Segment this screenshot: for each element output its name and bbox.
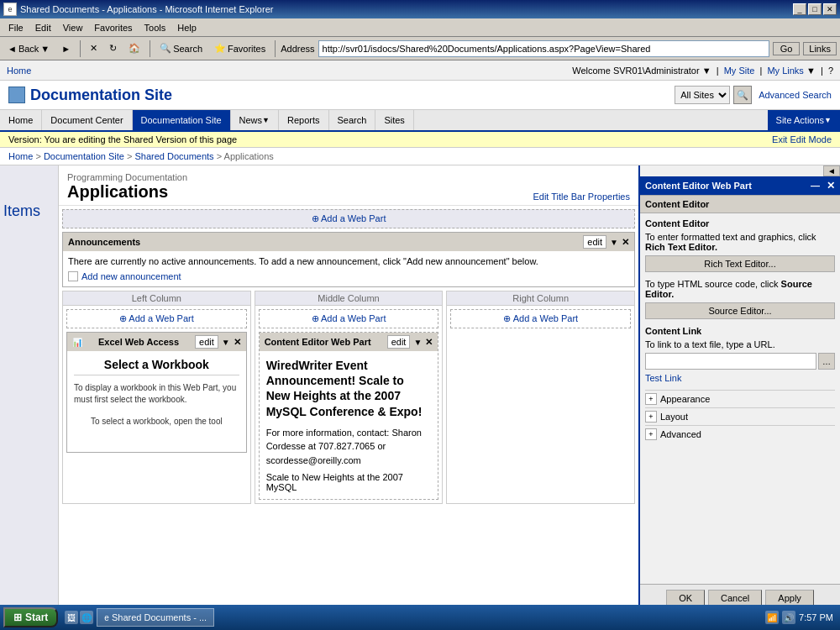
middle-add-web-part[interactable]: ⊕ Add a Web Part [259,309,439,328]
search-scope-select[interactable]: All Sites [675,86,730,104]
nav-sites[interactable]: Sites [375,110,413,130]
right-col-header: Right Column [447,291,634,306]
menu-edit[interactable]: Edit [30,21,56,34]
my-links-link[interactable]: My Links [767,66,803,76]
rp-cancel-button[interactable]: Cancel [708,590,762,606]
cewp-edit-button[interactable]: edit [387,335,411,349]
nav-home[interactable]: Home [0,110,42,130]
breadcrumb-shared-documents[interactable]: Shared Documents [134,151,213,161]
advanced-expand[interactable]: + Advanced [645,425,835,443]
cewp-contact: For more information, contact: Sharon Co… [266,426,432,468]
excel-wp-close-button[interactable]: ✕ [234,337,241,348]
menu-help[interactable]: Help [172,21,202,34]
excel-wp-edit-button[interactable]: edit [195,335,218,349]
start-label: Start [25,612,48,623]
announcements-close-button[interactable]: ✕ [622,237,629,248]
title-bar: e Shared Documents - Applications - Micr… [0,0,840,18]
sp-main-content: Programming Documentation Applications E… [59,165,638,612]
search-button[interactable]: 🔍 Search [155,40,207,56]
right-add-web-part[interactable]: ⊕ Add a Web Part [450,309,631,328]
excel-edit-arrow[interactable]: ▼ [222,338,230,347]
start-button[interactable]: ⊞ Start [3,607,58,627]
test-link[interactable]: Test Link [645,373,835,383]
site-title-text: Documentation Site [30,87,172,104]
address-input[interactable] [318,40,769,57]
rich-text-editor-button[interactable]: Rich Text Editor... [645,255,835,272]
appearance-expand[interactable]: + Appearance [645,390,835,407]
announcements-text: There are currently no active announceme… [68,256,629,266]
appearance-label: Appearance [660,394,710,404]
nav-reports[interactable]: Reports [279,110,329,130]
exit-edit-mode-link[interactable]: Exit Edit Mode [772,134,832,144]
nav-search[interactable]: Search [329,110,376,130]
rp-ok-button[interactable]: OK [666,590,705,606]
site-actions-button[interactable]: Site Actions [768,110,840,130]
home-button[interactable]: 🏠 [124,40,144,56]
right-column: Right Column ⊕ Add a Web Part [446,291,635,504]
home-link[interactable]: Home [7,66,31,76]
content-link-input[interactable] [645,353,816,370]
favorites-button[interactable]: ⭐ Favorites [210,40,270,56]
layout-expand[interactable]: + Layout [645,407,835,425]
window-title: Shared Documents - Applications - Micros… [20,4,273,14]
cewp-edit-arrow[interactable]: ▼ [413,338,422,347]
rp-editor-desc2: To type HTML source code, click Source E… [645,279,835,299]
announcements-edit-arrow[interactable]: ▼ [610,238,618,247]
add-web-part-icon: ⊕ [312,213,319,223]
back-button[interactable]: ◄ Back ▼ [3,41,54,56]
forward-button[interactable]: ► [57,41,75,56]
search-submit-button[interactable]: 🔍 [733,86,752,104]
add-announcement-link[interactable]: Add new announcement [68,271,629,281]
taskbar-icon-1: 🖼 [65,611,78,624]
menu-favorites[interactable]: Favorites [89,21,137,34]
excel-select-workbook-heading: Select a Workbook [74,358,239,375]
announcements-controls: edit ▼ ✕ [583,235,629,249]
refresh-button[interactable]: ↻ [105,40,121,56]
layout-label: Layout [660,412,688,422]
links-button[interactable]: Links [803,42,837,55]
rp-editor-desc1: To enter formatted text and graphics, cl… [645,232,835,252]
help-icon[interactable]: ? [828,66,833,76]
title-bar-controls[interactable]: _ □ ✕ [793,3,837,15]
add-web-part-label: Add a Web Part [321,213,386,223]
right-add-wp-icon: ⊕ [503,313,511,323]
breadcrumb-documentation-site[interactable]: Documentation Site [44,151,124,161]
nav-news[interactable]: News [231,110,279,130]
cewp-body: WiredWriter Event Announcement! Scale to… [260,351,438,499]
nav-documentation-site[interactable]: Documentation Site [133,110,231,130]
add-web-part-top[interactable]: ⊕ Add a Web Part [62,209,635,228]
content-link-browse-button[interactable]: … [818,353,835,370]
menu-tools[interactable]: Tools [139,21,171,34]
left-add-wp-icon: ⊕ [119,313,127,323]
stop-button[interactable]: ✕ [86,40,102,56]
sp-nav-left: Home Document Center Documentation Site … [0,110,414,130]
my-site-link[interactable]: My Site [724,66,755,76]
go-button[interactable]: Go [773,42,801,55]
panel-scroll-left[interactable]: ◄ [823,165,840,176]
cewp-close-button[interactable]: ✕ [425,337,433,348]
maximize-button[interactable]: □ [808,3,822,15]
menu-view[interactable]: View [58,21,88,34]
excel-webpart: 📊 Excel Web Access edit ▼ ✕ Select a Wor… [66,332,247,453]
breadcrumb-home[interactable]: Home [8,151,33,161]
menu-file[interactable]: File [3,21,29,34]
advanced-search-link[interactable]: Advanced Search [759,90,832,100]
edit-title-props-link[interactable]: Edit Title Bar Properties [533,192,630,202]
excel-wp-title-bar: 📊 Excel Web Access edit ▼ ✕ [67,333,246,351]
excel-wp-title: Excel Web Access [98,337,179,347]
menu-bar: File Edit View Favorites Tools Help [0,18,840,37]
close-button[interactable]: ✕ [823,3,837,15]
taskbar-item-shared-docs[interactable]: e Shared Documents - ... [97,608,214,627]
minimize-button[interactable]: _ [793,3,806,15]
address-bar: Address Go Links [281,40,837,57]
middle-add-wp-icon: ⊕ [312,313,319,323]
left-add-web-part[interactable]: ⊕ Add a Web Part [66,309,247,328]
source-editor-button[interactable]: Source Editor... [645,302,835,319]
announcements-edit-button[interactable]: edit [583,235,606,249]
nav-document-center[interactable]: Document Center [42,110,132,130]
lsn-items[interactable]: Items [0,199,58,223]
rp-minimize-button[interactable]: — [811,181,820,191]
rp-apply-button[interactable]: Apply [765,590,814,606]
cewp-title-bar: Content Editor Web Part edit ▼ ✕ [260,333,438,351]
rp-close-button[interactable]: ✕ [827,180,835,192]
